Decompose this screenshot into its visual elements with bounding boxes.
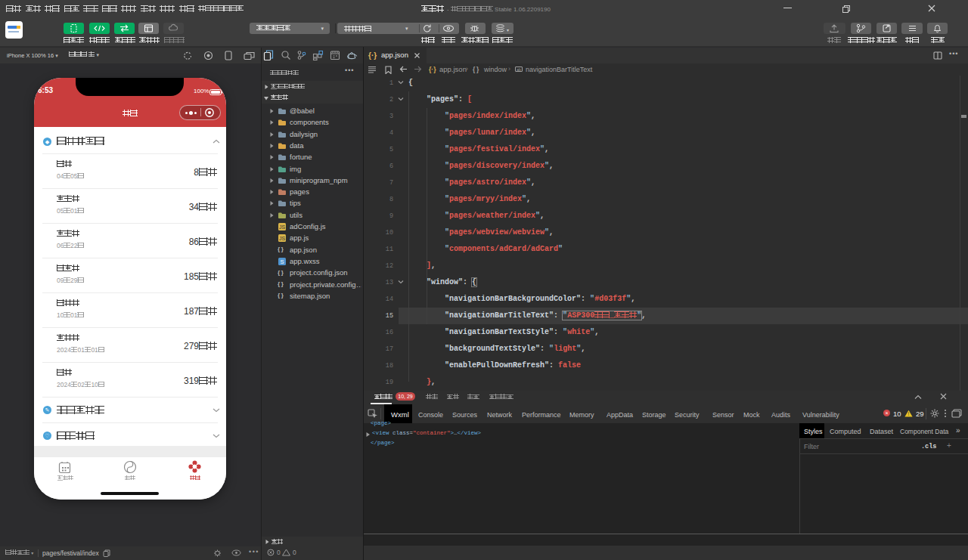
svg-text:JS: JS	[279, 224, 286, 230]
svg-text:S: S	[280, 258, 284, 265]
svg-text:JS: JS	[279, 236, 286, 241]
svg-text:!: !	[908, 411, 910, 416]
